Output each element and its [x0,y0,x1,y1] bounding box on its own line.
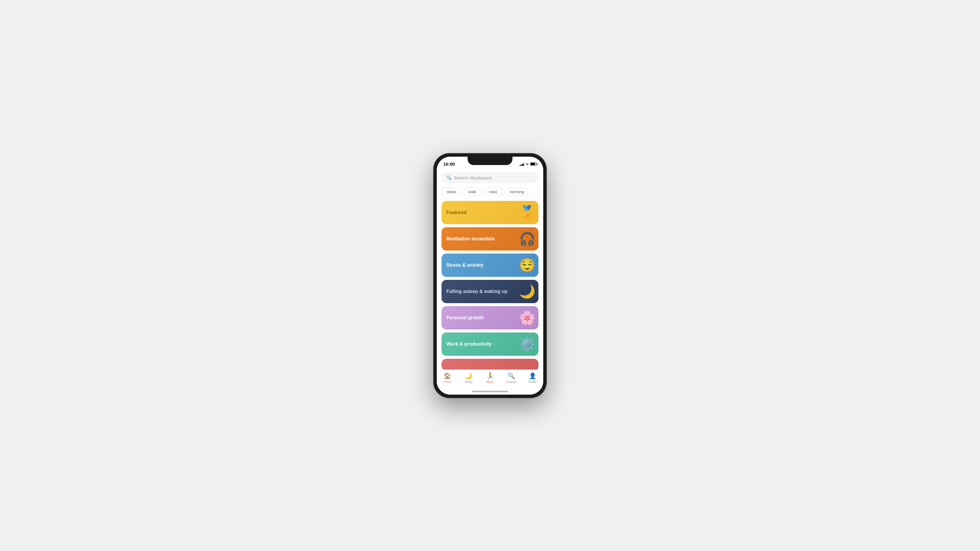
category-label-work: Work & productivity [446,341,492,347]
home-indicator [472,391,508,392]
tags-row: sleep walk relax morning [442,187,538,196]
stress-illustration: 😌 [519,257,536,273]
phone-frame: 10:00 ∿ 🔍 Search Headspace [433,153,547,398]
nav-explore[interactable]: 🔍 Explore [501,372,522,384]
work-illustration: ⚙️ [519,336,536,352]
search-bar[interactable]: 🔍 Search Headspace [442,172,538,183]
tag-sleep[interactable]: sleep [442,187,461,196]
meditation-illustration: 🎧 [519,231,536,247]
category-card-work[interactable]: Work & productivity ⚙️ [442,332,538,356]
personal-illustration: 🌸 [519,310,536,326]
nav-move[interactable]: 🏃 Move [479,372,501,384]
status-icons: ∿ [520,162,537,166]
explore-icon: 🔍 [508,372,515,380]
category-card-meditation[interactable]: Meditation essentials 🎧 [442,227,538,251]
nav-home-label: Home [443,380,452,384]
main-content: 🔍 Search Headspace sleep walk relax morn… [437,170,543,370]
move-icon: 🏃 [487,372,494,380]
category-label-personal: Personal growth [446,315,484,321]
category-label-sleep: Falling asleep & waking up [446,289,508,294]
search-icon: 🔍 [446,175,452,180]
category-label-featured: Featured [446,210,467,215]
nav-explore-label: Explore [506,380,516,384]
tag-walk[interactable]: walk [463,187,481,196]
category-card-stress[interactable]: Stress & anxiety 😌 [442,254,538,277]
battery-icon [530,162,537,166]
category-label-stress: Stress & anxiety [446,262,484,268]
category-card-sleep[interactable]: Falling asleep & waking up 🌙 [442,280,538,303]
nav-profile[interactable]: 👤 Profile [522,372,543,384]
home-icon: 🏠 [444,372,451,380]
tag-morning[interactable]: morning [505,187,529,196]
category-card-partial[interactable] [442,359,538,370]
phone-screen: 10:00 ∿ 🔍 Search Headspace [437,157,543,395]
featured-illustration: 🏅 [519,205,536,220]
category-label-meditation: Meditation essentials [446,236,495,241]
nav-profile-label: Profile [528,380,537,384]
bottom-nav: 🏠 Home 🌙 Sleep 🏃 Move 🔍 Explore 👤 Profil… [437,370,543,389]
status-time: 10:00 [443,162,455,167]
notch [468,157,512,165]
sleep-illustration: 🌙 [519,284,536,299]
nav-move-label: Move [487,380,493,384]
nav-sleep-label: Sleep [465,380,473,384]
wifi-icon: ∿ [526,162,528,166]
category-card-personal[interactable]: Personal growth 🌸 [442,306,538,329]
tag-relax[interactable]: relax [484,187,502,196]
nav-sleep[interactable]: 🌙 Sleep [458,372,479,384]
search-placeholder: Search Headspace [454,175,492,180]
profile-icon: 👤 [529,372,536,380]
signal-icon [520,162,524,166]
category-card-featured[interactable]: Featured 🏅 [442,201,538,224]
sleep-nav-icon: 🌙 [465,372,473,380]
nav-home[interactable]: 🏠 Home [437,372,458,384]
